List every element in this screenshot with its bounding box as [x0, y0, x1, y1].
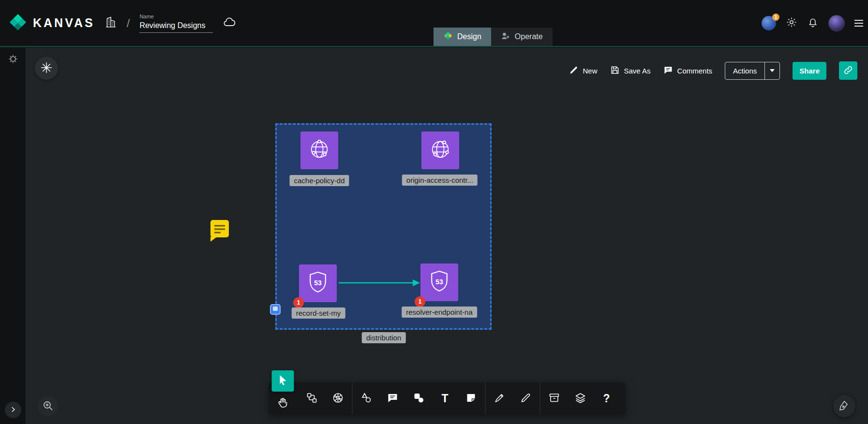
logo-text: KANVAS	[33, 16, 95, 30]
comment-lines-icon	[210, 220, 229, 237]
drawer-tool[interactable]	[543, 388, 566, 409]
select-tool[interactable]	[272, 370, 294, 392]
network-globe-icon	[306, 136, 333, 165]
group-label-distribution[interactable]: distribution	[362, 332, 406, 343]
provider-badge: 1	[772, 14, 779, 21]
pan-tool[interactable]	[272, 393, 294, 414]
design-tab-icon	[443, 31, 453, 43]
route53-shield-icon: 53	[426, 268, 453, 297]
organization-button[interactable]	[105, 16, 117, 30]
gear-icon	[786, 16, 797, 29]
comment-tool[interactable]	[382, 388, 404, 409]
node-label-record-set[interactable]: record-set-my	[292, 307, 345, 319]
svg-text:53: 53	[314, 279, 322, 287]
cloud-icon	[223, 15, 236, 30]
save-as-label: Save As	[624, 67, 651, 75]
comment-bubble-icon	[387, 392, 399, 405]
network-globe-icon	[427, 136, 454, 165]
layers-tool[interactable]	[569, 388, 592, 409]
shapes-tool[interactable]	[356, 388, 378, 409]
kubernetes-tool[interactable]	[327, 388, 349, 409]
adapter-icon	[7, 53, 19, 66]
pencil-edit-icon	[520, 392, 532, 405]
provider-button[interactable]: 1	[762, 16, 776, 30]
canvas-actions-button[interactable]	[35, 57, 58, 80]
route53-shield-icon: 53	[304, 269, 331, 298]
help-glyph: ?	[603, 393, 610, 404]
hamburger-menu-button[interactable]	[854, 20, 863, 27]
save-as-button[interactable]: Save As	[610, 65, 651, 76]
zoom-in-button[interactable]	[38, 396, 58, 416]
node-resolver-endpoint[interactable]: 53 1	[420, 263, 458, 301]
note-tool[interactable]	[460, 388, 482, 409]
copy-link-button[interactable]	[839, 61, 857, 80]
kubernetes-wheel-icon	[332, 392, 344, 405]
archive-drawer-icon	[549, 392, 560, 405]
comment-icon	[663, 65, 673, 76]
operate-tab-icon	[501, 31, 510, 43]
bell-icon	[807, 16, 819, 29]
node-record-set[interactable]: 53 1	[299, 264, 337, 302]
actions-button[interactable]: Actions	[725, 62, 764, 79]
node-origin-access-control[interactable]	[421, 132, 459, 169]
svg-text:53: 53	[435, 278, 443, 286]
design-canvas[interactable]: New Save As Comments	[26, 48, 868, 424]
help-tool[interactable]: ?	[596, 388, 618, 409]
hand-icon	[277, 397, 289, 410]
comment-marker[interactable]	[210, 220, 229, 237]
tab-design[interactable]: Design	[434, 28, 491, 46]
new-label: New	[583, 67, 598, 75]
node-label-origin-access-control[interactable]: origin-access-contr...	[402, 175, 478, 186]
mode-tabs: Design Operate	[434, 28, 553, 46]
signature-pen-button[interactable]	[833, 395, 855, 417]
save-icon	[610, 65, 620, 76]
flow-tool[interactable]	[301, 388, 323, 409]
error-badge[interactable]: 1	[415, 296, 425, 307]
user-avatar[interactable]	[828, 15, 845, 31]
sidebar-expand-button[interactable]	[5, 402, 21, 418]
components-tool[interactable]	[408, 388, 430, 409]
snowflake-icon	[40, 61, 53, 75]
kanvas-logo[interactable]: KANVAS	[9, 13, 95, 33]
pen-nib-icon	[838, 400, 850, 413]
notifications-button[interactable]	[807, 16, 819, 29]
comments-label: Comments	[677, 67, 713, 75]
workspace: New Save As Comments	[0, 48, 868, 424]
app-header: KANVAS / Name	[0, 0, 868, 47]
tab-operate[interactable]: Operate	[491, 28, 553, 46]
link-icon	[843, 65, 853, 77]
chevron-down-icon	[770, 69, 775, 72]
new-button[interactable]: New	[569, 65, 598, 76]
breadcrumb-separator: /	[127, 16, 130, 30]
cursor-icon	[277, 374, 289, 387]
text-tool-glyph: T	[441, 393, 448, 404]
flow-icon	[306, 392, 318, 405]
design-name-field: Name	[139, 14, 213, 33]
left-sidebar	[0, 48, 26, 424]
node-label-cache-policy[interactable]: cache-policy-dd	[289, 175, 349, 186]
text-tool[interactable]: T	[434, 388, 456, 409]
design-name-input[interactable]	[139, 20, 213, 33]
zoom-in-icon	[42, 400, 54, 413]
error-badge[interactable]: 1	[293, 297, 304, 308]
tools-toolbar: T	[269, 382, 626, 414]
pen-tool[interactable]	[489, 388, 511, 409]
settings-button[interactable]	[786, 16, 797, 29]
building-icon	[105, 16, 117, 30]
group-handle[interactable]	[270, 304, 281, 315]
tab-design-label: Design	[457, 32, 481, 41]
cloud-sync-button[interactable]	[223, 15, 236, 30]
edge-record-set-to-resolver[interactable]	[338, 278, 421, 288]
canvas-toolbar: New Save As Comments	[569, 61, 858, 80]
chevron-right-icon	[10, 406, 16, 414]
pencil-tool[interactable]	[515, 388, 537, 409]
sidebar-extensions-button[interactable]	[5, 52, 21, 67]
actions-dropdown-button[interactable]	[764, 62, 779, 79]
blob-shapes-icon	[413, 392, 425, 405]
share-button[interactable]: Share	[793, 62, 826, 80]
comments-button[interactable]: Comments	[663, 65, 713, 76]
node-label-resolver-endpoint[interactable]: resolver-endpoint-na	[402, 307, 477, 318]
node-cache-policy[interactable]	[300, 132, 338, 169]
pen-icon	[494, 392, 506, 405]
tab-operate-label: Operate	[515, 32, 543, 41]
